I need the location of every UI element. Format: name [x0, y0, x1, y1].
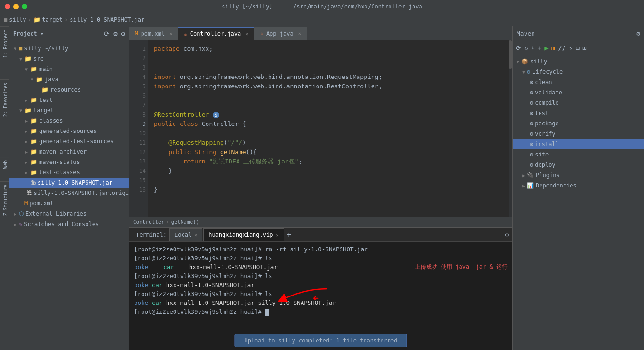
tree-item-classes[interactable]: ▶ 📁 classes	[9, 116, 129, 126]
maven-item-silly[interactable]: ▼ 📦 silly	[513, 56, 644, 67]
breadcrumb-folder-icon: ■	[4, 16, 7, 23]
sidebar-content: Project ▾ ⟳ ⚙ ⚙ ▼ ■ silly ~/silly ▼ 📁 sr…	[9, 26, 129, 350]
tree-item-silly-jar[interactable]: 🗜 silly-1.0-SNAPSHOT.jar	[9, 178, 129, 188]
maven-item-lifecycle[interactable]: ▼ ⚙ Lifecycle	[513, 67, 644, 77]
tree-item-resources[interactable]: 📁 resources	[9, 85, 129, 95]
minimize-button[interactable]	[13, 4, 19, 9]
tree-item-target[interactable]: ▼ 📁 target	[9, 105, 129, 116]
maven-gen-btn[interactable]: ⚡	[569, 44, 572, 52]
maven-item-clean[interactable]: ⚙ clean	[513, 77, 644, 87]
code-line-9: public class Controller {	[154, 119, 503, 129]
scrollbar-thumb[interactable]	[509, 40, 512, 69]
editor-scrollbar[interactable]	[509, 40, 512, 217]
code-line-7	[154, 101, 503, 110]
maven-item-validate[interactable]: ⚙ validate	[513, 87, 644, 98]
verify-gear: ⚙	[530, 131, 533, 137]
maven-item-package[interactable]: ⚙ package	[513, 118, 644, 129]
tree-item-pom[interactable]: M pom.xml	[9, 198, 129, 209]
tree-item-test[interactable]: ▶ 📁 test	[9, 95, 129, 105]
maven-m-btn[interactable]: m	[551, 44, 555, 52]
maven-item-deploy[interactable]: ⚙ deploy	[513, 160, 644, 170]
favorites-label[interactable]: 2: Favorites	[0, 79, 9, 119]
maven-item-install[interactable]: ⚙ install	[513, 139, 644, 149]
tree-item-gen-sources[interactable]: ▶ 📁 generated-sources	[9, 126, 129, 136]
java-folder-icon: 📁	[36, 76, 43, 83]
tree-item-main[interactable]: ▼ 📁 main	[9, 64, 129, 74]
tab-local[interactable]: Local ✕	[169, 228, 202, 241]
breadcrumb-root[interactable]: silly	[9, 16, 26, 23]
editor-area: M pom.xml ✕ ☕ Controller.java ✕ ☕ App.ja…	[129, 26, 512, 227]
maven-collapse-btn[interactable]: ⊟	[575, 44, 579, 52]
tab-app-close[interactable]: ✕	[298, 31, 301, 36]
tree-item-src[interactable]: ▼ 📁 src	[9, 54, 129, 64]
tab-pom-close[interactable]: ✕	[169, 31, 172, 36]
maven-run-btn[interactable]: ▶	[544, 44, 548, 52]
maven-item-site[interactable]: ⚙ site	[513, 149, 644, 160]
maven-item-compile[interactable]: ⚙ compile	[513, 98, 644, 108]
maven-item-plugins[interactable]: ▶ 🔌 Plugins	[513, 170, 644, 180]
term-line-8[interactable]: [root@iz2ze0tvlk39v5wj9slmh2z huai]#	[134, 307, 508, 316]
tab-app[interactable]: ☕ App.java ✕	[254, 27, 307, 40]
local-tab-close[interactable]: ✕	[194, 233, 197, 238]
vertical-labels: 1: Project 2: Favorites Web Z-Structure	[0, 26, 9, 350]
sync-icon[interactable]: ⟳	[104, 30, 110, 38]
tab-remote[interactable]: huangxiangxiang.vip ✕	[203, 228, 284, 241]
traffic-lights	[5, 4, 27, 9]
code-content[interactable]: package com.hxx; import org.springframew…	[148, 40, 509, 217]
tree-item-gen-test-sources[interactable]: ▶ 📁 generated-test-sources	[9, 136, 129, 147]
tree-item-maven-archiver[interactable]: ▶ 📁 maven-archiver	[9, 147, 129, 157]
terminal-tabs-bar: Terminal: Local ✕ huangxiangxiang.vip ✕ …	[129, 228, 512, 242]
maven-expand-btn[interactable]: ⊞	[582, 44, 586, 52]
tree-item-silly-jar-orig[interactable]: 🗜 silly-1.0-SNAPSHOT.jar.origi	[9, 188, 129, 198]
tree-item-maven-status[interactable]: ▶ 📁 maven-status	[9, 157, 129, 167]
breadcrumb-target[interactable]: target	[42, 16, 63, 23]
deploy-gear: ⚙	[530, 162, 533, 168]
editor-breadcrumb: Controller › getName()	[129, 217, 512, 227]
pom-tab-icon: M	[135, 31, 138, 37]
tree-item-java[interactable]: ▼ 📁 java	[9, 74, 129, 85]
add-terminal-button[interactable]: +	[285, 230, 294, 239]
close-button[interactable]	[5, 4, 10, 9]
gear-icon[interactable]: ⚙	[121, 30, 125, 38]
web-label[interactable]: Web	[0, 157, 9, 171]
maven-refresh-btn[interactable]: ⟳	[516, 44, 521, 52]
breadcrumb-jar[interactable]: silly-1.0-SNAPSHOT.jar	[70, 16, 144, 23]
settings-icon[interactable]: ⚙	[113, 30, 117, 38]
tree-item-test-classes[interactable]: ▶ 📁 test-classes	[9, 167, 129, 178]
maven-reimport-btn[interactable]: ↻	[524, 44, 528, 52]
maven-skip-btn[interactable]: //	[558, 44, 566, 52]
code-line-11: @RequestMapping("/"/)	[154, 138, 503, 148]
maven-item-test[interactable]: ⚙ test	[513, 108, 644, 118]
plugins-icon: 🔌	[527, 172, 534, 179]
maven-item-verify[interactable]: ⚙ verify	[513, 129, 644, 139]
project-label[interactable]: 1: Project	[0, 26, 9, 61]
tree-item-scratches[interactable]: ▶ ✎ Scratches and Consoles	[9, 219, 129, 229]
structure-label[interactable]: Z-Structure	[0, 181, 9, 218]
breadcrumb-folder-icon2: 📁	[33, 16, 40, 23]
maven-download-btn[interactable]: ⬇	[531, 44, 534, 52]
ext-lib-icon: ⬡	[19, 210, 24, 217]
resources-folder-icon: 📁	[41, 86, 48, 93]
code-line-12: public String getName(){	[154, 148, 503, 157]
maven-item-dependencies[interactable]: ▶ 📊 Dependencies	[513, 180, 644, 191]
maven-status-icon: 📁	[30, 159, 37, 165]
tree-item-silly[interactable]: ▼ ■ silly ~/silly	[9, 43, 129, 54]
tab-pom[interactable]: M pom.xml ✕	[129, 27, 178, 40]
code-line-4: import org.springframework.web.bind.anno…	[154, 72, 503, 82]
tab-controller-close[interactable]: ✕	[246, 31, 248, 37]
remote-tab-close[interactable]: ✕	[276, 233, 278, 238]
tab-app-label: App.java	[266, 31, 294, 37]
maven-panel: Maven ⚙ ⟳ ↻ ⬇ + ▶ m // ⚡ ⊟ ⊞ ▼ 📦 silly ▼	[512, 26, 644, 350]
clean-gear: ⚙	[530, 79, 533, 86]
tree-item-ext-lib[interactable]: ▶ ⬡ External Libraries	[9, 209, 129, 219]
maximize-button[interactable]	[22, 4, 27, 9]
maven-add-btn[interactable]: +	[538, 44, 541, 52]
code-editor[interactable]: 1 2 3 4 5 6 7 8 9 10 11 12 13 14 15 16	[129, 40, 512, 217]
arrow-svg	[256, 284, 332, 308]
validate-gear: ⚙	[530, 89, 533, 96]
maven-settings-icon[interactable]: ⚙	[636, 30, 640, 37]
tab-controller[interactable]: ☕ Controller.java ✕	[178, 27, 254, 40]
src-folder-icon: 📁	[24, 55, 32, 62]
code-line-3	[154, 63, 503, 72]
terminal-settings-icon[interactable]: ⚙	[505, 232, 509, 238]
